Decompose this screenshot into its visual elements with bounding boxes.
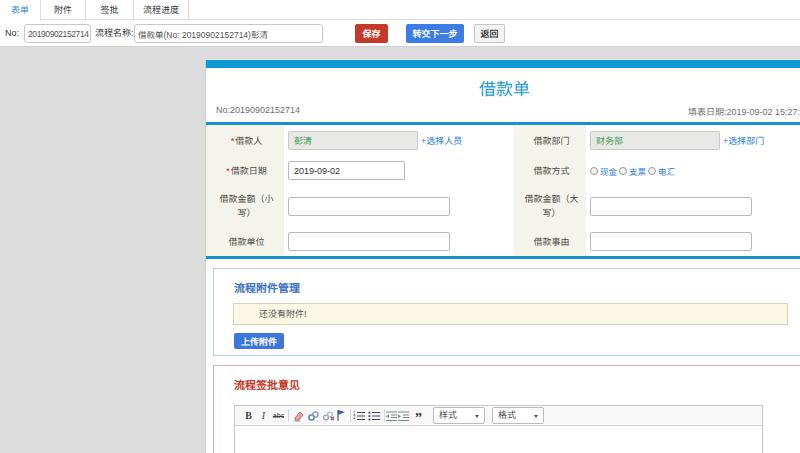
format-dropdown-label: 格式 <box>498 410 516 420</box>
required-mark: * <box>231 134 235 148</box>
method-label-text: 借款方式 <box>533 164 569 178</box>
amount-upper-cell <box>586 185 800 227</box>
no-attachments-message: 还没有附件! <box>233 303 788 325</box>
strikethrough-icon[interactable]: abc <box>272 408 285 423</box>
radio-label: 电汇 <box>658 165 675 177</box>
tab-bar: 表单 附件 签批 流程进度 <box>0 0 800 20</box>
remove-format-icon[interactable] <box>292 408 305 423</box>
approval-title: 流程签批意见 <box>234 366 800 392</box>
borrower-label: *借款人 <box>206 125 284 156</box>
no-input[interactable] <box>24 24 91 43</box>
panel-top-bar <box>206 60 800 68</box>
toolbar-separator <box>350 409 351 422</box>
department-label-text: 借款部门 <box>533 134 569 148</box>
borrower-input[interactable] <box>288 131 418 150</box>
date-label-text: 借款日期 <box>231 164 267 178</box>
borrower-label-text: 借款人 <box>235 134 262 148</box>
unit-label-text: 借款单位 <box>228 235 264 249</box>
document-meta-row: No:20190902152714 填表日期:2019-09-02 15:27:… <box>206 97 800 122</box>
styles-dropdown-label: 样式 <box>439 410 457 420</box>
toolbar: No: 流程名称: 保存 转交下一步 返回 <box>0 20 800 47</box>
method-cell: 现金支票电汇 <box>586 156 800 185</box>
blockquote-icon[interactable]: ” <box>412 408 425 423</box>
amount-lower-input[interactable] <box>288 197 450 216</box>
editor-content[interactable] <box>235 426 762 453</box>
back-button[interactable]: 返回 <box>474 24 505 43</box>
link-icon[interactable] <box>307 408 320 423</box>
tab-progress[interactable]: 流程进度 <box>134 0 189 20</box>
save-button[interactable]: 保存 <box>355 24 388 43</box>
radio-wire[interactable]: 电汇 <box>648 165 675 177</box>
unit-label: 借款单位 <box>206 227 284 256</box>
italic-icon[interactable]: I <box>257 408 270 423</box>
process-name-input[interactable] <box>134 24 323 43</box>
amount-upper-input[interactable] <box>590 197 752 216</box>
unit-input[interactable] <box>288 232 450 251</box>
form-title: 借款单 <box>206 68 800 97</box>
approval-section: 流程签批意见 B I abc <box>213 365 800 453</box>
indent-icon[interactable] <box>397 408 410 423</box>
flag-icon[interactable] <box>334 408 347 423</box>
required-mark: * <box>226 164 230 178</box>
tab-form[interactable]: 表单 <box>0 0 41 21</box>
format-dropdown[interactable]: 格式 <box>492 407 544 424</box>
fill-date: 填表日期:2019-09-02 15:27:14 <box>688 105 800 118</box>
reason-label-text: 借款事由 <box>533 235 569 249</box>
editor-toolbar: B I abc 12 <box>235 406 762 426</box>
select-department-link[interactable]: +选择部门 <box>723 134 764 147</box>
ordered-list-icon[interactable]: 12 <box>353 408 366 423</box>
department-cell: +选择部门 <box>586 125 800 156</box>
no-label: No: <box>5 20 19 46</box>
amount-lower-label-text: 借款金额（小 写） <box>219 192 273 220</box>
reason-cell <box>586 227 800 256</box>
amount-upper-label: 借款金额（大 写） <box>514 185 586 227</box>
attachments-title: 流程附件管理 <box>234 269 800 295</box>
form-panel: 借款单 No:20190902152714 填表日期:2019-09-02 15… <box>205 59 800 453</box>
process-name-label: 流程名称: <box>95 20 134 46</box>
amount-lower-cell <box>284 185 514 227</box>
amount-upper-label-text: 借款金额（大 写） <box>524 192 578 220</box>
department-input[interactable] <box>590 131 720 150</box>
date-cell <box>284 156 514 185</box>
radio-label: 现金 <box>600 165 617 177</box>
unit-cell <box>284 227 514 256</box>
tab-approval[interactable]: 签批 <box>86 0 134 20</box>
department-label: 借款部门 <box>514 125 586 156</box>
divider-bottom <box>206 256 800 259</box>
chevron-down-icon <box>534 415 538 418</box>
radio-cheque[interactable]: 支票 <box>619 165 646 177</box>
styles-dropdown[interactable]: 样式 <box>433 407 485 424</box>
unordered-list-icon[interactable] <box>368 408 381 423</box>
attachments-section: 流程附件管理 还没有附件! 上传附件 <box>213 268 800 356</box>
method-label: 借款方式 <box>514 156 586 185</box>
reason-input[interactable] <box>590 232 752 251</box>
amount-lower-label: 借款金额（小 写） <box>206 185 284 227</box>
document-number: No:20190902152714 <box>216 105 300 115</box>
upload-attachment-button[interactable]: 上传附件 <box>234 333 284 349</box>
svg-text:2: 2 <box>353 415 356 420</box>
next-step-button[interactable]: 转交下一步 <box>406 24 464 43</box>
radio-cash[interactable]: 现金 <box>590 165 617 177</box>
form-grid: *借款人 +选择人员 借款部门 +选择部门 *借款日期 借款方式 现金支票电汇 … <box>206 125 800 256</box>
date-label: *借款日期 <box>206 156 284 185</box>
radio-icon <box>590 167 598 175</box>
rich-text-editor: B I abc 12 <box>234 405 763 453</box>
bold-icon[interactable]: B <box>242 408 255 423</box>
toolbar-separator <box>288 409 289 422</box>
tab-attachment[interactable]: 附件 <box>41 0 86 20</box>
borrower-cell: +选择人员 <box>284 125 514 156</box>
radio-label: 支票 <box>629 165 646 177</box>
radio-icon <box>619 167 627 175</box>
chevron-down-icon <box>475 415 479 418</box>
radio-icon <box>648 167 656 175</box>
select-person-link[interactable]: +选择人员 <box>421 134 462 147</box>
reason-label: 借款事由 <box>514 227 586 256</box>
borrow-date-input[interactable] <box>288 161 405 180</box>
